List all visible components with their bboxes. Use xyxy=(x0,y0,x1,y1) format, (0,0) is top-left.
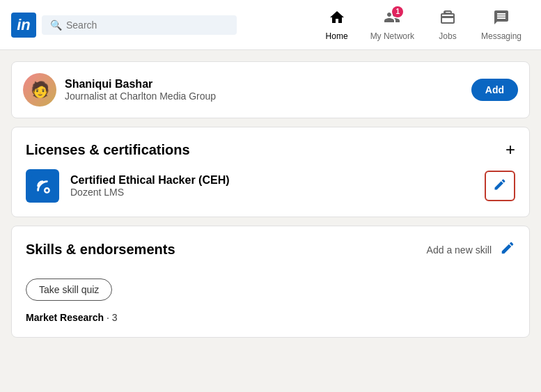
main-content: 🧑 Shaniqui Bashar Journalist at Charlton… xyxy=(0,50,541,349)
skills-header: Skills & endorsements Add a new skill xyxy=(26,240,515,259)
skills-section: Skills & endorsements Add a new skill Ta… xyxy=(11,226,530,338)
cert-info: Certified Ethical Hacker (CEH) Dozent LM… xyxy=(70,174,473,198)
licenses-title: Licenses & certifications xyxy=(26,142,190,158)
cert-logo-icon xyxy=(26,169,59,203)
pencil-icon xyxy=(493,178,507,195)
add-certification-button[interactable]: + xyxy=(505,141,515,158)
skills-title: Skills & endorsements xyxy=(26,242,427,258)
avatar: 🧑 xyxy=(23,73,56,107)
nav-item-my-network[interactable]: 1 My Network xyxy=(362,3,423,47)
messaging-icon xyxy=(493,9,510,30)
nav-items: Home 1 My Network Jobs Messaging xyxy=(315,3,530,47)
nav-label-jobs: Jobs xyxy=(439,31,456,41)
skill-endorsement-count: · 3 xyxy=(107,312,118,323)
nav-item-jobs[interactable]: Jobs xyxy=(425,3,470,47)
cert-name: Certified Ethical Hacker (CEH) xyxy=(70,174,473,187)
search-bar[interactable]: 🔍 xyxy=(42,15,237,35)
svg-rect-0 xyxy=(31,175,54,197)
edit-skills-button[interactable] xyxy=(500,240,515,259)
my-network-badge: 1 xyxy=(392,6,403,17)
logo-letter: in xyxy=(17,16,31,34)
profile-info: Shaniqui Bashar Journalist at Charlton M… xyxy=(65,78,463,102)
licenses-header: Licenses & certifications + xyxy=(26,141,515,158)
search-input[interactable] xyxy=(66,19,228,31)
search-icon: 🔍 xyxy=(50,19,62,31)
profile-card: 🧑 Shaniqui Bashar Journalist at Charlton… xyxy=(11,61,530,118)
certification-item: Certified Ethical Hacker (CEH) Dozent LM… xyxy=(26,169,515,203)
home-icon xyxy=(329,9,345,30)
nav-item-messaging[interactable]: Messaging xyxy=(473,3,530,47)
profile-name: Shaniqui Bashar xyxy=(65,78,463,91)
navbar: in 🔍 Home 1 My Network Jobs xyxy=(0,0,541,50)
cert-issuer: Dozent LMS xyxy=(70,187,473,198)
add-new-skill-link[interactable]: Add a new skill xyxy=(427,244,492,256)
profile-title: Journalist at Charlton Media Group xyxy=(65,91,463,102)
add-connection-button[interactable]: Add xyxy=(471,79,518,101)
nav-item-home[interactable]: Home xyxy=(315,3,359,47)
linkedin-logo[interactable]: in xyxy=(11,13,36,38)
edit-certification-button[interactable] xyxy=(485,171,515,201)
skill-item: Market Research · 3 xyxy=(26,312,515,323)
skill-name: Market Research xyxy=(26,312,104,323)
take-skill-quiz-button[interactable]: Take skill quiz xyxy=(26,279,112,301)
my-network-icon: 1 xyxy=(384,9,400,30)
nav-label-my-network: My Network xyxy=(370,31,414,41)
licenses-section: Licenses & certifications + Certified Et… xyxy=(11,127,530,217)
nav-label-messaging: Messaging xyxy=(481,31,522,41)
jobs-icon xyxy=(439,9,456,30)
nav-label-home: Home xyxy=(326,31,348,41)
